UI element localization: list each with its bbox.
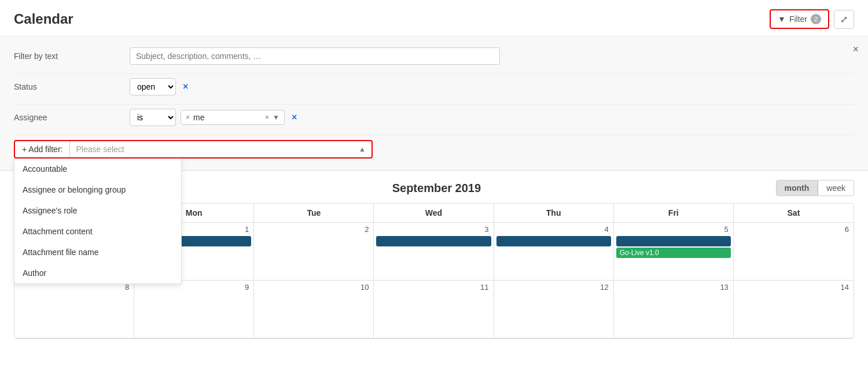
calendar-title: September 2019 xyxy=(102,182,771,195)
filter-status-row: Status open closed × xyxy=(14,76,854,97)
cal-date-6: 6 xyxy=(736,225,851,234)
cal-cell-r2-1: 8 xyxy=(14,281,134,338)
filter-assignee-row: Assignee is is not × me × ▼ × xyxy=(14,107,854,128)
filter-by-text-label: Filter by text xyxy=(14,51,130,61)
dropdown-list-inner: Accountable Assignee or belonging group … xyxy=(14,158,181,283)
status-operator-select[interactable]: open closed xyxy=(130,78,176,95)
assignee-operator-select[interactable]: is is not xyxy=(130,109,176,126)
filter-button[interactable]: ▼ Filter 2 xyxy=(770,9,829,29)
dropdown-item-assignee-role[interactable]: Assignee's role xyxy=(14,200,181,221)
cal-cell-r2-7: 14 xyxy=(734,281,854,338)
cal-date-5: 5 xyxy=(616,225,731,234)
cal-date-r2-1: 8 xyxy=(17,283,131,292)
cal-header-tue: Tue xyxy=(254,204,374,223)
cal-cell-sep3: 3 xyxy=(374,223,494,281)
calendar-week-row-2: 8 9 10 11 12 13 14 xyxy=(14,281,854,338)
cal-header-sat: Sat xyxy=(734,204,854,223)
cal-event-golive[interactable]: Go-Live v1.0 xyxy=(616,248,731,258)
dropdown-item-assignee-group[interactable]: Assignee or belonging group xyxy=(14,179,181,200)
filter-text-row: Filter by text xyxy=(14,46,854,67)
cal-cell-r2-5: 12 xyxy=(494,281,614,338)
cal-header-wed: Wed xyxy=(374,204,494,223)
dropdown-item-attachment-content[interactable]: Attachment content xyxy=(14,221,181,242)
cal-header-thu: Thu xyxy=(494,204,614,223)
cal-event-develop-thu[interactable] xyxy=(496,236,611,246)
fullscreen-button[interactable]: ⤢ xyxy=(834,10,854,29)
week-view-button[interactable]: week xyxy=(818,180,854,196)
dropdown-item-attachment-filename[interactable]: Attachment file name xyxy=(14,242,181,263)
view-toggle: month week xyxy=(776,180,854,196)
assignee-tag-value: me xyxy=(193,113,262,122)
cal-cell-sep4: 4 xyxy=(494,223,614,281)
filter-label: Filter xyxy=(789,14,807,24)
cal-date-r2-4: 11 xyxy=(376,283,491,292)
cal-cell-sep2: 2 xyxy=(254,223,374,281)
add-filter-dropdown: Accountable Assignee or belonging group … xyxy=(14,158,182,284)
cal-date-r2-7: 14 xyxy=(736,283,851,292)
cal-cell-r2-6: 13 xyxy=(614,281,734,338)
cal-header-fri: Fri xyxy=(614,204,734,223)
assignee-tag-remove[interactable]: × xyxy=(186,113,190,121)
assignee-value-box: × me × ▼ xyxy=(181,110,285,125)
dropdown-item-accountable[interactable]: Accountable xyxy=(14,158,181,179)
filter-panel: × Filter by text Status open closed × As… xyxy=(0,36,868,171)
fullscreen-icon: ⤢ xyxy=(840,14,848,24)
cal-cell-r2-3: 10 xyxy=(254,281,374,338)
filter-assignee-label: Assignee xyxy=(14,113,130,122)
cal-date-r2-3: 10 xyxy=(256,283,371,292)
page-header: Calendar ▼ Filter 2 ⤢ xyxy=(0,0,868,36)
cal-cell-r2-4: 11 xyxy=(374,281,494,338)
cal-date-r2-2: 9 xyxy=(137,283,251,292)
cal-cell-sep6: 6 xyxy=(734,223,854,281)
month-view-button[interactable]: month xyxy=(776,180,818,196)
cal-date-r2-5: 12 xyxy=(496,283,611,292)
cal-event-develop-fri[interactable] xyxy=(616,236,731,246)
page-title: Calendar xyxy=(14,11,73,27)
filter-text-input[interactable] xyxy=(130,47,500,65)
assignee-dropdown-arrow[interactable]: ▼ xyxy=(273,113,279,121)
cal-date-2: 2 xyxy=(256,225,371,234)
assignee-remove-button[interactable]: × xyxy=(292,112,297,123)
add-filter-select[interactable]: Please select xyxy=(70,141,372,157)
add-filter-label: + Add filter: xyxy=(15,141,70,157)
filter-count-badge: 2 xyxy=(811,14,821,24)
filter-status-label: Status xyxy=(14,82,130,91)
cal-date-3: 3 xyxy=(376,225,491,234)
header-right: ▼ Filter 2 ⤢ xyxy=(770,9,854,29)
add-filter-container: + Add filter: Please select ▲ Accountabl… xyxy=(14,138,373,158)
cal-event-develop-wed[interactable] xyxy=(376,236,491,246)
status-remove-button[interactable]: × xyxy=(183,82,188,92)
cal-date-r2-6: 13 xyxy=(616,283,731,292)
cal-cell-r2-2: 9 xyxy=(134,281,254,338)
dropdown-item-author[interactable]: Author xyxy=(14,263,181,283)
filter-close-button[interactable]: × xyxy=(852,43,859,56)
cal-cell-sep5: 5 Go-Live v1.0 xyxy=(614,223,734,281)
add-filter-row: + Add filter: Please select ▲ xyxy=(14,140,373,158)
cal-date-4: 4 xyxy=(496,225,611,234)
filter-icon: ▼ xyxy=(778,14,786,24)
assignee-clear-icon[interactable]: × xyxy=(265,113,269,121)
